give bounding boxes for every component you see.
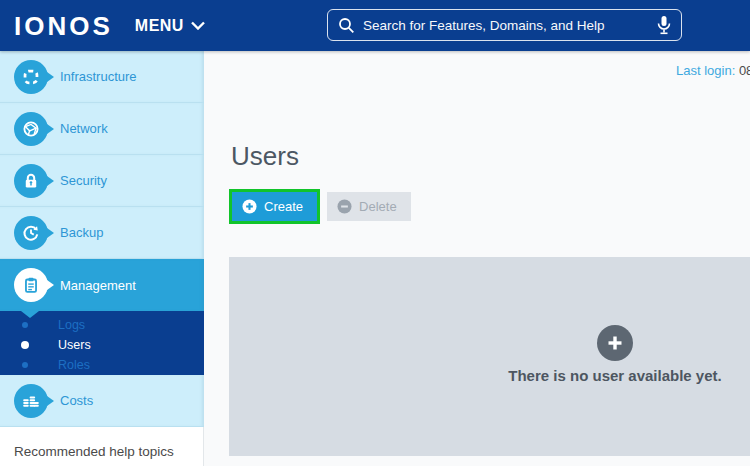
submenu-label: Users bbox=[58, 338, 91, 352]
lock-icon bbox=[14, 164, 48, 198]
bullet-icon bbox=[22, 322, 28, 328]
sidebar-item-infrastructure[interactable]: Infrastructure bbox=[0, 51, 204, 103]
toolbar: Create Delete bbox=[229, 189, 411, 224]
ionos-console-screen: IONOS MENU bbox=[0, 0, 750, 466]
sidebar-item-management[interactable]: Management bbox=[0, 259, 204, 311]
sidebar-item-label: Management bbox=[60, 278, 136, 293]
microphone-icon[interactable] bbox=[657, 15, 671, 35]
create-button-label: Create bbox=[264, 199, 303, 214]
sidebar-item-label: Costs bbox=[60, 393, 93, 408]
chevron-down-icon bbox=[191, 21, 205, 30]
delete-button-label: Delete bbox=[359, 199, 397, 214]
bullet-icon bbox=[21, 341, 29, 349]
menu-label: MENU bbox=[135, 17, 184, 35]
menu-button[interactable]: MENU bbox=[135, 17, 205, 35]
submenu-item-users[interactable]: Users bbox=[0, 335, 204, 355]
recommended-help-topics-section: Recommended help topics bbox=[0, 427, 204, 466]
management-submenu: Logs Users Roles bbox=[0, 311, 204, 375]
sidebar-item-costs[interactable]: Costs bbox=[0, 375, 204, 427]
submenu-item-roles[interactable]: Roles bbox=[0, 355, 204, 375]
minus-circle-icon bbox=[337, 199, 352, 214]
search-icon bbox=[338, 17, 355, 34]
submenu-label: Logs bbox=[58, 318, 85, 332]
add-user-icon[interactable] bbox=[597, 325, 633, 361]
users-empty-state-panel: There is no user available yet. bbox=[229, 257, 750, 456]
backup-clock-icon bbox=[14, 216, 48, 250]
sidebar-item-label: Infrastructure bbox=[60, 69, 137, 84]
sidebar-item-label: Backup bbox=[60, 225, 103, 240]
sidebar-item-security[interactable]: Security bbox=[0, 155, 204, 207]
sidebar-item-network[interactable]: Network bbox=[0, 103, 204, 155]
last-login-info: Last login: 08/0 bbox=[676, 63, 750, 78]
help-topics-heading: Recommended help topics bbox=[14, 444, 174, 459]
last-login-value: 08/0 bbox=[735, 63, 750, 78]
search-input[interactable] bbox=[363, 18, 657, 33]
sidebar-item-label: Network bbox=[60, 121, 108, 136]
delete-button[interactable]: Delete bbox=[327, 192, 411, 221]
bullet-icon bbox=[22, 362, 28, 368]
main-content: Last login: 08/0 Users Create bbox=[204, 51, 750, 466]
submenu-label: Roles bbox=[58, 358, 90, 372]
last-login-label: Last login: bbox=[676, 63, 735, 78]
network-icon bbox=[14, 112, 48, 146]
sidebar-navigation: Infrastructure Network Se bbox=[0, 51, 204, 466]
plus-circle-icon bbox=[242, 199, 257, 214]
top-navigation-bar: IONOS MENU bbox=[0, 0, 750, 51]
sidebar-item-label: Security bbox=[60, 173, 107, 188]
sidebar-item-backup[interactable]: Backup bbox=[0, 207, 204, 259]
global-search[interactable] bbox=[327, 9, 682, 41]
infrastructure-icon bbox=[14, 60, 48, 94]
costs-coins-icon bbox=[14, 384, 48, 418]
empty-state-message: There is no user available yet. bbox=[465, 367, 750, 384]
create-button[interactable]: Create bbox=[232, 192, 317, 221]
highlight-annotation: Create bbox=[229, 189, 320, 224]
management-clipboard-icon bbox=[14, 268, 48, 302]
submenu-item-logs[interactable]: Logs bbox=[0, 315, 204, 335]
ionos-logo[interactable]: IONOS bbox=[14, 13, 113, 39]
page-title: Users bbox=[231, 141, 299, 172]
